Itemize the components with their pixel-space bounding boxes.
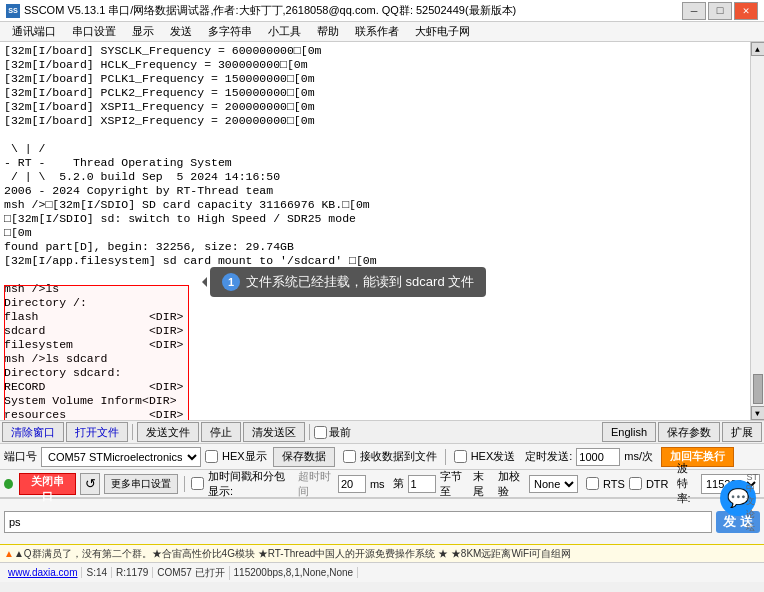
send-input[interactable]: ps xyxy=(4,511,712,533)
clear-window-button[interactable]: 清除窗口 xyxy=(2,422,64,442)
window-controls: — □ ✕ xyxy=(682,2,758,20)
menu-contact[interactable]: 联系作者 xyxy=(347,22,407,41)
menu-send[interactable]: 发送 xyxy=(162,22,200,41)
recv-count: R:1179 xyxy=(112,567,153,578)
clear-send-button[interactable]: 清发送区 xyxy=(243,422,305,442)
refresh-button[interactable]: ↺ xyxy=(80,473,100,495)
timed-send-label: 定时发送: xyxy=(525,449,572,464)
terminal-scrollbar[interactable]: ▲ ▼ xyxy=(750,42,764,420)
minimize-button[interactable]: — xyxy=(682,2,706,20)
page-input[interactable] xyxy=(408,475,436,493)
send-count: S:14 xyxy=(82,567,112,578)
menu-display[interactable]: 显示 xyxy=(124,22,162,41)
menu-comm-port[interactable]: 通讯端口 xyxy=(4,22,64,41)
sep4 xyxy=(184,476,185,492)
save-data-button[interactable]: 保存数据 xyxy=(273,447,335,467)
hex-send-label: HEX发送 xyxy=(471,449,516,464)
title-bar: SS SSCOM V5.13.1 串口/网络数据调试器,作者:大虾丁丁,2618… xyxy=(0,0,764,22)
expand-button[interactable]: 扩展 xyxy=(722,422,762,442)
tooltip-text: 文件系统已经挂载，能读到 sdcard 文件 xyxy=(246,274,474,289)
menu-help[interactable]: 帮助 xyxy=(309,22,347,41)
recv-to-file-checkbox[interactable] xyxy=(343,450,356,463)
tooltip-number: 1 xyxy=(222,273,240,291)
timeout-input[interactable]: 20 xyxy=(338,475,366,493)
menu-tools[interactable]: 小工具 xyxy=(260,22,309,41)
maximize-button[interactable]: □ xyxy=(708,2,732,20)
hex-send-checkbox[interactable] xyxy=(454,450,467,463)
save-params-button[interactable]: 保存参数 xyxy=(658,422,720,442)
close-port-button[interactable]: 关闭串口 xyxy=(19,473,76,495)
check-label: 加校验 xyxy=(498,469,525,499)
tooltip-bubble: 1文件系统已经挂载，能读到 sdcard 文件 xyxy=(210,267,486,297)
page-unit-label: 字节 至 xyxy=(440,469,469,499)
port-number-label: 端口号 xyxy=(4,449,37,464)
menu-bar: 通讯端口 串口设置 显示 发送 多字符串 小工具 帮助 联系作者 大虾电子网 xyxy=(0,22,764,42)
app-icon: SS xyxy=(6,4,20,18)
latest-label: 最前 xyxy=(329,425,351,440)
timestamp-checkbox[interactable] xyxy=(191,477,204,490)
open-file-button[interactable]: 打开文件 xyxy=(66,422,128,442)
timestamp-label: 加时间戳和分包显示: xyxy=(208,469,290,499)
status-bar: www.daxia.com S:14 R:1179 COM57 已打开 1152… xyxy=(0,562,764,582)
control-row: 关闭串口 ↺ 更多串口设置 加时间戳和分包显示: 超时时间 20 ms 第 字节… xyxy=(0,470,764,498)
app-title: SSCOM V5.13.1 串口/网络数据调试器,作者:大虾丁丁,2618058… xyxy=(24,3,516,18)
baud-status: 115200bps,8,1,None,None xyxy=(230,567,359,578)
toolbar-row: 清除窗口 打开文件 发送文件 停止 清发送区 最前 English 保存参数 扩… xyxy=(0,420,764,444)
terminal-area: [32m[I/board] SYSCLK_Frequency = 6000000… xyxy=(0,42,764,420)
english-button[interactable]: English xyxy=(602,422,656,442)
recv-to-file-label: 接收数据到文件 xyxy=(360,449,437,464)
timeout-unit-label: ms xyxy=(370,478,385,490)
toolbar-sep-2 xyxy=(309,424,310,440)
check-select[interactable]: None xyxy=(529,475,578,493)
dtr-checkbox[interactable] xyxy=(629,477,642,490)
send-file-button[interactable]: 发送文件 xyxy=(137,422,199,442)
tail-label: 末尾 xyxy=(473,469,491,499)
connection-indicator xyxy=(4,479,13,489)
menu-multichar[interactable]: 多字符串 xyxy=(200,22,260,41)
toolbar-sep-1 xyxy=(132,424,133,440)
page-label: 第 xyxy=(393,476,404,491)
scroll-down-arrow[interactable]: ▼ xyxy=(751,406,765,420)
latest-checkbox[interactable] xyxy=(314,426,327,439)
ad-text: ▲Q群满员了，没有第二个群。★合宙高性价比4G模块 ★RT-Thread中国人的… xyxy=(14,547,572,561)
baud-label: 波特率: xyxy=(677,461,697,506)
hex-display-checkbox[interactable] xyxy=(205,450,218,463)
menu-website[interactable]: 大虾电子网 xyxy=(407,22,478,41)
terminal-output: [32m[I/board] SYSCLK_Frequency = 6000000… xyxy=(0,42,750,420)
port-status: COM57 已打开 xyxy=(153,566,229,580)
scroll-up-arrow[interactable]: ▲ xyxy=(751,42,765,56)
rts-label: RTS xyxy=(603,478,625,490)
close-button[interactable]: ✕ xyxy=(734,2,758,20)
sep3 xyxy=(445,449,446,465)
multi-port-button[interactable]: 更多串口设置 xyxy=(104,474,178,494)
dtr-label: DTR xyxy=(646,478,669,490)
timestamp-row: 加时间戳和分包显示: 超时时间 20 ms 第 字节 至 末尾 加校验 None xyxy=(191,469,578,499)
menu-serial-settings[interactable]: 串口设置 xyxy=(64,22,124,41)
st-label: ST中文论坛 xyxy=(746,472,758,534)
ad-bar: ▲ ▲Q群满员了，没有第二个群。★合宙高性价比4G模块 ★RT-Thread中国… xyxy=(0,544,764,562)
timeout-label: 超时时间 xyxy=(298,469,334,499)
hex-display-label: HEX显示 xyxy=(222,449,267,464)
port-select[interactable]: COM57 STMicroelectronics S xyxy=(41,447,201,467)
website-link[interactable]: www.daxia.com xyxy=(4,567,82,578)
rts-checkbox[interactable] xyxy=(586,477,599,490)
stop-button[interactable]: 停止 xyxy=(201,422,241,442)
scroll-thumb[interactable] xyxy=(753,374,763,404)
